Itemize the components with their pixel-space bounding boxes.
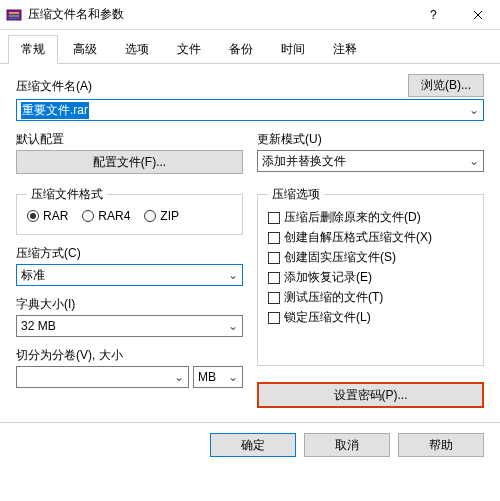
check-delete-after[interactable]: 压缩后删除原来的文件(D) (268, 209, 473, 226)
filename-value: 重要文件.rar (21, 102, 89, 119)
update-mode-value: 添加并替换文件 (262, 153, 346, 170)
check-test[interactable]: 测试压缩的文件(T) (268, 289, 473, 306)
checkbox-icon (268, 292, 280, 304)
checkbox-icon (268, 312, 280, 324)
titlebar: 压缩文件名和参数 ? (0, 0, 500, 30)
chevron-down-icon: ⌄ (174, 370, 184, 384)
close-button[interactable] (455, 0, 500, 30)
checkbox-icon (268, 232, 280, 244)
chevron-down-icon: ⌄ (228, 268, 238, 282)
default-profile-label: 默认配置 (16, 131, 243, 148)
method-label: 压缩方式(C) (16, 245, 243, 262)
dict-select[interactable]: 32 MB ⌄ (16, 315, 243, 337)
method-value: 标准 (21, 267, 45, 284)
radio-icon (82, 210, 94, 222)
check-solid[interactable]: 创建固实压缩文件(S) (268, 249, 473, 266)
set-password-button[interactable]: 设置密码(P)... (257, 382, 484, 408)
options-group: 压缩选项 压缩后删除原来的文件(D) 创建自解压格式压缩文件(X) 创建固实压缩… (257, 186, 484, 366)
filename-label: 压缩文件名(A) (16, 78, 408, 95)
browse-button[interactable]: 浏览(B)... (408, 74, 484, 97)
checkbox-icon (268, 252, 280, 264)
split-size-input[interactable]: ⌄ (16, 366, 189, 388)
check-sfx[interactable]: 创建自解压格式压缩文件(X) (268, 229, 473, 246)
format-group: 压缩文件格式 RAR RAR4 ZIP (16, 186, 243, 235)
cancel-button[interactable]: 取消 (304, 433, 390, 457)
ok-button[interactable]: 确定 (210, 433, 296, 457)
help-button[interactable]: ? (410, 0, 455, 30)
tab-general[interactable]: 常规 (8, 35, 58, 64)
checkbox-icon (268, 212, 280, 224)
split-label: 切分为分卷(V), 大小 (16, 347, 243, 364)
dict-label: 字典大小(I) (16, 296, 243, 313)
check-lock[interactable]: 锁定压缩文件(L) (268, 309, 473, 326)
tab-backup[interactable]: 备份 (216, 35, 266, 64)
chevron-down-icon: ⌄ (228, 319, 238, 333)
svg-text:?: ? (430, 10, 437, 20)
checkbox-icon (268, 272, 280, 284)
tab-options[interactable]: 选项 (112, 35, 162, 64)
radio-zip[interactable]: ZIP (144, 209, 179, 223)
tab-advanced[interactable]: 高级 (60, 35, 110, 64)
dialog-footer: 确定 取消 帮助 (0, 422, 500, 467)
split-unit: MB (198, 370, 216, 384)
radio-icon (144, 210, 156, 222)
chevron-down-icon: ⌄ (228, 370, 238, 384)
options-legend: 压缩选项 (268, 186, 324, 203)
check-recovery[interactable]: 添加恢复记录(E) (268, 269, 473, 286)
svg-rect-2 (9, 15, 19, 17)
chevron-down-icon: ⌄ (469, 103, 479, 117)
radio-rar4[interactable]: RAR4 (82, 209, 130, 223)
svg-rect-3 (9, 18, 19, 19)
split-unit-select[interactable]: MB ⌄ (193, 366, 243, 388)
svg-rect-1 (9, 12, 19, 14)
app-icon (6, 7, 22, 23)
chevron-down-icon: ⌄ (469, 154, 479, 168)
format-legend: 压缩文件格式 (27, 186, 107, 203)
update-mode-label: 更新模式(U) (257, 131, 484, 148)
help-button[interactable]: 帮助 (398, 433, 484, 457)
tab-time[interactable]: 时间 (268, 35, 318, 64)
tab-files[interactable]: 文件 (164, 35, 214, 64)
radio-icon (27, 210, 39, 222)
window-title: 压缩文件名和参数 (28, 6, 410, 23)
profile-button[interactable]: 配置文件(F)... (16, 150, 243, 174)
tab-comment[interactable]: 注释 (320, 35, 370, 64)
dict-value: 32 MB (21, 319, 56, 333)
method-select[interactable]: 标准 ⌄ (16, 264, 243, 286)
radio-rar[interactable]: RAR (27, 209, 68, 223)
filename-input[interactable]: 重要文件.rar ⌄ (16, 99, 484, 121)
update-mode-select[interactable]: 添加并替换文件 ⌄ (257, 150, 484, 172)
tab-strip: 常规 高级 选项 文件 备份 时间 注释 (0, 30, 500, 64)
